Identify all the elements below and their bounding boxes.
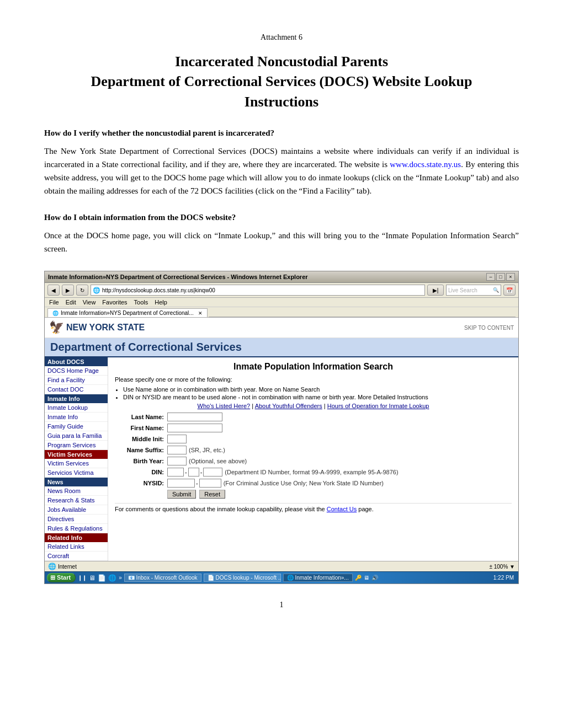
back-button[interactable]: ◀ xyxy=(47,285,60,296)
taskbar-item-outlook[interactable]: 📧 Inbox - Microsoft Outlook xyxy=(124,574,201,582)
name-suffix-label: Name Suffix: xyxy=(115,447,167,453)
nysid-label: NYSID: xyxy=(115,480,167,486)
forward-button[interactable]: ▶ xyxy=(62,285,74,296)
docs-icon: 📄 xyxy=(208,575,216,581)
content-panel: Inmate Population Information Search Ple… xyxy=(108,357,518,561)
tab-close-icon[interactable]: ✕ xyxy=(198,311,203,316)
menu-favorites[interactable]: Favorites xyxy=(102,299,127,306)
menu-edit[interactable]: Edit xyxy=(66,299,76,306)
search-icon: 🔍 xyxy=(493,287,499,293)
din-input-3[interactable] xyxy=(203,468,222,477)
taskbar-icon-3[interactable]: 🌐 xyxy=(108,574,116,582)
last-name-input[interactable] xyxy=(167,413,222,421)
youthful-offenders-link[interactable]: About Youthful Offenders xyxy=(255,403,322,409)
menu-file[interactable]: File xyxy=(49,299,59,306)
globe-status-icon: 🌐 xyxy=(48,563,56,570)
browser-window: Inmate Information»NYS Department of Cor… xyxy=(44,271,519,584)
din-input-1[interactable] xyxy=(167,468,184,477)
taskbar-icon-2[interactable]: 📄 xyxy=(98,574,106,582)
reset-button[interactable]: Reset xyxy=(199,490,225,499)
skip-to-content[interactable]: SKIP TO CONTENT xyxy=(464,325,514,331)
contact-us-link[interactable]: Contact Us xyxy=(327,506,357,512)
middle-init-input[interactable] xyxy=(167,435,187,443)
taskbar-system-icons: 🔑 🖥 🔊 xyxy=(355,575,378,581)
zoom-info[interactable]: ± 100% ▼ xyxy=(489,564,515,570)
start-button[interactable]: ⊞ Start xyxy=(47,573,76,582)
sidebar-link-contact-docs[interactable]: Contact DOC xyxy=(45,385,108,394)
content-title: Inmate Population Information Search xyxy=(115,362,512,372)
sidebar-link-jobs-available[interactable]: Jobs Available xyxy=(45,505,108,515)
eagle-icon: 🦅 xyxy=(49,320,64,335)
menu-tools[interactable]: Tools xyxy=(134,299,148,306)
menu-view[interactable]: View xyxy=(83,299,96,306)
submit-button[interactable]: Submit xyxy=(167,490,196,499)
browser-content: 🦅 NEW YORK STATE SKIP TO CONTENT Departm… xyxy=(45,318,518,561)
go-button[interactable]: ▶| xyxy=(427,285,444,296)
docs-title: Department of Correctional Services xyxy=(50,341,242,353)
nysid-input-1[interactable] xyxy=(167,479,195,488)
sidebar-link-servicios-victima[interactable]: Servicios Victima xyxy=(45,468,108,478)
globe-icon: 🌐 xyxy=(93,287,100,294)
address-bar[interactable]: 🌐 http://nysdocslookup.docs.state.ny.us|… xyxy=(91,285,425,296)
search-box[interactable]: Live Search 🔍 xyxy=(446,285,501,296)
sidebar-link-guia-familia[interactable]: Guia para la Familia xyxy=(45,431,108,441)
din-input-2[interactable] xyxy=(188,468,199,477)
sidebar-link-directives[interactable]: Directives xyxy=(45,515,108,524)
search-placeholder: Live Search xyxy=(448,287,477,293)
tab-icon: 🌐 xyxy=(52,311,59,316)
sidebar-link-research-stats[interactable]: Research & Stats xyxy=(45,496,108,505)
browser-menubar: File Edit View Favorites Tools Help xyxy=(45,298,518,307)
din-label: DIN: xyxy=(115,469,167,475)
taskbar-icon-1[interactable]: 🖥 xyxy=(89,574,95,582)
sidebar-header-related-info: Related Info xyxy=(45,533,108,542)
search-form: Last Name: First Name: Middle Init: Name… xyxy=(115,413,512,499)
refresh-button[interactable]: ↻ xyxy=(76,285,88,296)
last-name-label: Last Name: xyxy=(115,414,167,420)
name-suffix-input[interactable] xyxy=(167,446,187,454)
hours-operation-link[interactable]: Hours of Operation for Inmate Lookup xyxy=(327,403,429,409)
docs-website-link[interactable]: www.docs.state.ny.us xyxy=(390,160,461,169)
sidebar-link-inmate-lookup[interactable]: Inmate Lookup xyxy=(45,403,108,413)
browser-titlebar: Inmate Information»NYS Department of Cor… xyxy=(45,271,518,283)
sidebar-link-corcraft[interactable]: Corcraft xyxy=(45,552,108,561)
taskbar-item-docs[interactable]: 📄 DOCS lookup - Microsoft ... xyxy=(204,574,281,582)
section-1-body: The New York State Department of Correct… xyxy=(44,144,519,197)
first-name-input[interactable] xyxy=(167,424,222,432)
sidebar-link-family-guide[interactable]: Family Guide xyxy=(45,422,108,431)
menu-help[interactable]: Help xyxy=(155,299,167,306)
ny-state-text: NEW YORK STATE xyxy=(66,323,145,333)
form-row-birth-year: Birth Year: (Optional, see above) xyxy=(115,457,512,465)
docs-header: Department of Correctional Services xyxy=(45,338,518,357)
sidebar-link-news-room[interactable]: News Room xyxy=(45,486,108,496)
sidebar-link-victim-services[interactable]: Victim Services xyxy=(45,459,108,468)
whos-listed-link[interactable]: Who's Listed Here? xyxy=(198,403,251,409)
nysid-inputs: - xyxy=(167,479,221,488)
monitor-icon: 🖥 xyxy=(364,575,369,581)
sidebar-link-rules-regulations[interactable]: Rules & Regulations xyxy=(45,524,108,533)
section-2-heading: How do I obtain information from the DOC… xyxy=(44,213,519,222)
sidebar-link-inmate-info[interactable]: Inmate Info xyxy=(45,413,108,422)
bullet-list: Use Name alone or in combination with bi… xyxy=(123,386,512,400)
section-1-heading: How do I verify whether the noncustodial… xyxy=(44,129,519,138)
minimize-button[interactable]: – xyxy=(486,273,495,281)
section-2: How do I obtain information from the DOC… xyxy=(44,213,519,255)
sidebar: About DOCS DOCS Home Page Find a Facilit… xyxy=(45,357,108,561)
sidebar-link-program-services[interactable]: Program Services xyxy=(45,441,108,450)
sidebar-link-related-links[interactable]: Related Links xyxy=(45,542,108,552)
menu-icon[interactable]: 📅 xyxy=(503,285,516,296)
sidebar-link-docs-home[interactable]: DOCS Home Page xyxy=(45,366,108,376)
inmate-icon: 🌐 xyxy=(287,575,295,581)
close-button[interactable]: × xyxy=(506,273,515,281)
ny-logo: 🦅 NEW YORK STATE xyxy=(49,320,145,335)
form-row-name-suffix: Name Suffix: (SR, JR, etc.) xyxy=(115,446,512,454)
maximize-button[interactable]: □ xyxy=(496,273,505,281)
birth-year-input[interactable] xyxy=(167,457,187,465)
titlebar-controls: – □ × xyxy=(486,273,515,281)
bullet-item-1: Use Name alone or in combination with bi… xyxy=(123,386,512,393)
birth-year-label: Birth Year: xyxy=(115,458,167,464)
taskbar-item-inmate[interactable]: 🌐 Inmate Information»... xyxy=(283,574,353,582)
sidebar-link-find-facility[interactable]: Find a Facility xyxy=(45,376,108,385)
browser-tab[interactable]: 🌐 Inmate Information»NYS Department of C… xyxy=(47,308,208,317)
birth-year-note: (Optional, see above) xyxy=(189,458,247,464)
nysid-input-2[interactable] xyxy=(199,479,221,488)
